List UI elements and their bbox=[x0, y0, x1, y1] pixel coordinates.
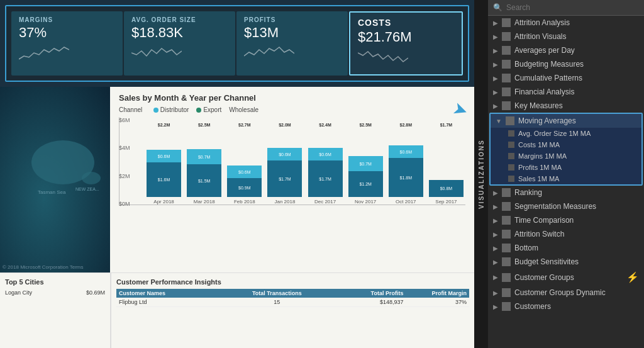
sub-item-label: Profits 1M MA bbox=[518, 164, 562, 171]
item-label: Attrition Switch bbox=[514, 230, 564, 239]
svg-text:NEW ZEA...: NEW ZEA... bbox=[75, 187, 99, 191]
sidebar-item-attrition-switch[interactable]: ▶ Attrition Switch bbox=[488, 227, 644, 241]
sidebar-subitem-profits[interactable]: Profits 1M MA bbox=[491, 162, 641, 173]
item-label: Averages per Day bbox=[514, 46, 575, 55]
sidebar-item-ranking[interactable]: ▶ Ranking bbox=[488, 186, 644, 199]
sidebar-item-attrition-visuals[interactable]: ▶ Attrition Visuals bbox=[488, 30, 644, 43]
item-icon bbox=[502, 32, 511, 41]
item-label: Financial Analysis bbox=[514, 87, 574, 96]
item-icon bbox=[502, 188, 511, 197]
sub-item-label: Sales 1M MA bbox=[518, 175, 559, 182]
sidebar-subitem-avg-order-size[interactable]: Avg. Order Size 1M MA bbox=[491, 128, 641, 139]
item-icon bbox=[506, 116, 514, 125]
sidebar-item-attrition-analysis[interactable]: ▶ Attrition Analysis bbox=[488, 16, 644, 30]
sidebar-item-moving-averages[interactable]: ▼ Moving Averages bbox=[491, 114, 641, 128]
kpi-card-margins[interactable]: MARGINS 37% bbox=[11, 11, 123, 76]
cell-profits: $148,937 bbox=[309, 299, 404, 305]
chevron-right-icon: ▶ bbox=[493, 259, 498, 266]
kpi-label-costs: COSTS bbox=[358, 18, 454, 28]
sub-item-icon bbox=[508, 142, 514, 148]
sidebar-subitem-costs[interactable]: Costs 1M MA bbox=[491, 139, 641, 150]
sidebar-item-customer-groups[interactable]: ▶ Customer Groups ⚡ bbox=[488, 269, 644, 286]
sub-item-label: Margins 1M MA bbox=[518, 152, 567, 160]
cell-name: Flipbug Ltd bbox=[119, 299, 245, 305]
item-icon bbox=[502, 273, 511, 282]
sub-item-label: Avg. Order Size 1M MA bbox=[518, 130, 591, 137]
item-label: Key Measures bbox=[514, 101, 563, 110]
sidebar-item-bottom[interactable]: ▶ Bottom bbox=[488, 241, 644, 255]
item-icon bbox=[502, 288, 511, 297]
sidebar-item-financial-analysis[interactable]: ▶ Financial Analysis bbox=[488, 85, 644, 99]
chevron-right-icon: ▶ bbox=[493, 274, 498, 281]
table-header: Customer Names Total Transactions Total … bbox=[116, 289, 469, 298]
sub-item-icon bbox=[508, 153, 514, 159]
sidebar-item-budget-sensitivites[interactable]: ▶ Budget Sensitivites bbox=[488, 255, 644, 269]
sparkline-profits bbox=[244, 43, 294, 62]
sidebar-item-budgeting-measures[interactable]: ▶ Budgeting Measures bbox=[488, 57, 644, 71]
sidebar-item-customer-groups-dynamic[interactable]: ▶ Customer Groups Dynamic bbox=[488, 286, 644, 300]
chevron-right-icon: ▶ bbox=[493, 61, 498, 68]
sidebar-item-key-measures[interactable]: ▶ Key Measures bbox=[488, 99, 644, 113]
sidebar-item-time-comparison[interactable]: ▶ Time Comparison bbox=[488, 213, 644, 227]
map-background: Tasman Sea NEW ZEA... © 2018 Microsoft C… bbox=[0, 87, 110, 272]
item-label: Moving Averages bbox=[518, 116, 576, 125]
bar-mar2018: $2.5M $1.5M $0.7M Mar 2018 bbox=[185, 123, 223, 205]
sub-item-icon bbox=[508, 176, 514, 182]
distributor-dot bbox=[153, 108, 158, 113]
customer-panel: Customer Performance Insights Customer N… bbox=[110, 272, 474, 348]
chevron-right-icon: ▶ bbox=[493, 75, 498, 82]
cell-transactions: 15 bbox=[245, 299, 309, 305]
top5-city-1: Logan City $0.69M bbox=[5, 289, 105, 296]
bar-feb2018: $2.7M $0.9M $0.6M Feb 2018 bbox=[225, 123, 264, 205]
item-label: Ranking bbox=[514, 188, 542, 197]
legend-distributor: Distributor bbox=[153, 106, 189, 113]
legend-export: Export bbox=[196, 106, 221, 113]
chevron-right-icon: ▶ bbox=[493, 303, 498, 310]
bar-sep2017: $1.7M $0.8M Sep 2017 bbox=[427, 123, 465, 205]
kpi-label-profits: PROFITS bbox=[244, 16, 340, 23]
status-badge: ⚡ bbox=[626, 271, 639, 283]
sidebar-subitem-margins[interactable]: Margins 1M MA bbox=[491, 150, 641, 162]
kpi-card-avg-order[interactable]: AVG. ORDER SIZE $18.83K bbox=[124, 11, 235, 76]
table-row: Flipbug Ltd 15 $148,937 37% bbox=[116, 298, 469, 307]
chevron-right-icon: ▶ bbox=[493, 89, 498, 96]
legend-channel: Channel bbox=[119, 106, 146, 113]
sidebar-item-segmentation-measures[interactable]: ▶ Segmentation Measures bbox=[488, 199, 644, 213]
search-input[interactable] bbox=[506, 3, 639, 12]
item-label: Budgeting Measures bbox=[514, 60, 584, 69]
bar-nov2017: $2.5M $1.2M $0.7M Nov 2017 bbox=[347, 123, 385, 205]
sparkline-margins bbox=[19, 43, 69, 62]
bottom-panels: Top 5 Cities Logan City $0.69M Customer … bbox=[0, 272, 474, 348]
item-icon bbox=[502, 18, 511, 27]
chart-map-row: Tasman Sea NEW ZEA... © 2018 Microsoft C… bbox=[0, 87, 474, 348]
kpi-card-costs[interactable]: COSTS $21.76M bbox=[349, 11, 463, 76]
chevron-right-icon: ▶ bbox=[493, 203, 498, 210]
item-icon bbox=[502, 244, 511, 252]
search-icon: 🔍 bbox=[493, 3, 502, 12]
city-value: $0.69M bbox=[86, 289, 105, 296]
sub-item-icon bbox=[508, 130, 514, 137]
svg-point-1 bbox=[82, 172, 101, 184]
sidebar-item-customers[interactable]: ▶ Customers bbox=[488, 300, 644, 313]
kpi-card-profits[interactable]: PROFITS $13M bbox=[236, 11, 348, 76]
chevron-right-icon: ▶ bbox=[493, 103, 498, 109]
chevron-right-icon: ▶ bbox=[493, 245, 498, 252]
legend-wholesale: Wholesale bbox=[229, 106, 258, 113]
customer-title: Customer Performance Insights bbox=[116, 278, 469, 286]
item-icon bbox=[502, 257, 511, 266]
chevron-right-icon: ▶ bbox=[493, 189, 498, 196]
search-bar[interactable]: 🔍 bbox=[488, 0, 644, 16]
sidebar-item-averages-per-day[interactable]: ▶ Averages per Day bbox=[488, 43, 644, 57]
sidebar-item-cumulative-patterns[interactable]: ▶ Cumulative Patterns bbox=[488, 71, 644, 85]
chart-title: Sales by Month & Year per Channel bbox=[119, 93, 465, 103]
top5-title: Top 5 Cities bbox=[5, 278, 105, 286]
map-panel: Tasman Sea NEW ZEA... © 2018 Microsoft C… bbox=[0, 87, 110, 272]
kpi-label-avg-order: AVG. ORDER SIZE bbox=[131, 16, 228, 23]
chart-area: Sales by Month & Year per Channel Channe… bbox=[110, 87, 474, 272]
map-svg: Tasman Sea NEW ZEA... bbox=[0, 87, 110, 225]
bar-jan2018: $2.0M $1.7M $0.6M Jan 2018 bbox=[265, 123, 304, 205]
item-label: Budget Sensitivites bbox=[514, 257, 579, 266]
item-label: Attrition Analysis bbox=[514, 18, 570, 27]
y-axis: $0M $2M $4M $6M bbox=[119, 117, 130, 208]
sidebar-subitem-sales[interactable]: Sales 1M MA bbox=[491, 173, 641, 184]
